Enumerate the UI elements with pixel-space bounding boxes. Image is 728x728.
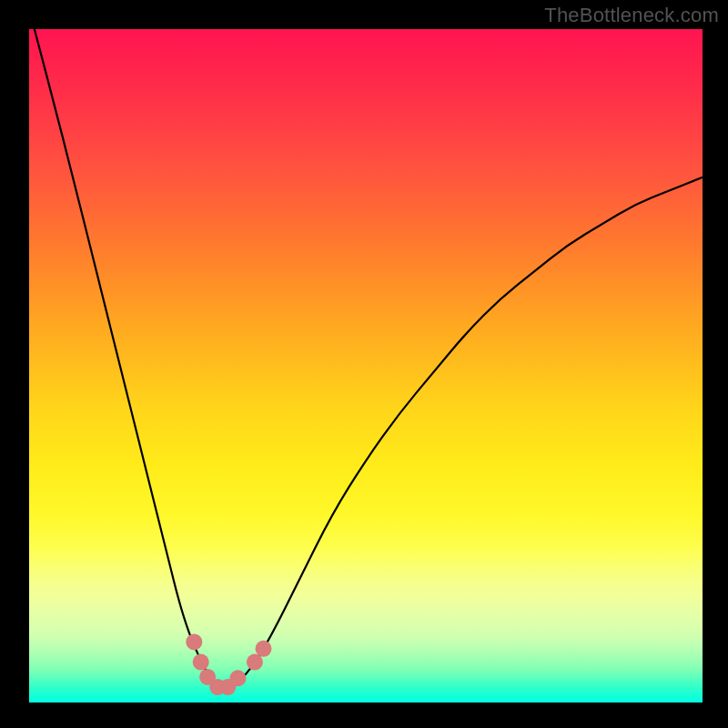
curve-marker: [229, 670, 246, 686]
curve-marker: [256, 641, 272, 657]
curve-markers: [186, 633, 271, 695]
bottleneck-curve: [29, 29, 703, 689]
chart-svg: [29, 29, 703, 703]
curve-marker: [247, 654, 263, 671]
curve-marker: [193, 654, 209, 671]
curve-marker: [186, 633, 202, 650]
watermark-label: TheBottleneck.com: [544, 4, 719, 27]
chart-plot-area: [29, 29, 703, 703]
